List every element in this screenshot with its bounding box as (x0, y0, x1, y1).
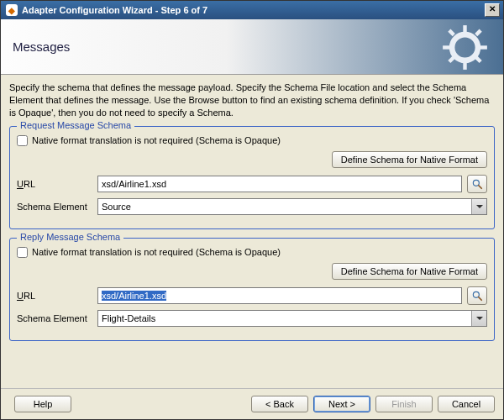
intro-text: Specify the schema that defines the mess… (9, 81, 495, 119)
reply-schema-element-row: Schema Element Flight-Details (17, 310, 487, 327)
close-button[interactable]: ✕ (485, 3, 500, 17)
next-button[interactable]: Next > (313, 396, 370, 412)
request-schema-element-combo[interactable]: Source (97, 198, 487, 215)
wizard-window: ◆ Adapter Configuration Wizard - Step 6 … (0, 0, 504, 420)
reply-opaque-label: Native format translation is not require… (32, 247, 281, 257)
finish-button: Finish (375, 396, 433, 412)
reply-schema-element-combo[interactable]: Flight-Details (97, 310, 487, 327)
content-area: Specify the schema that defines the mess… (1, 75, 503, 388)
gear-icon (442, 24, 488, 71)
title-bar: ◆ Adapter Configuration Wizard - Step 6 … (1, 1, 503, 19)
svg-rect-1 (463, 25, 466, 33)
request-url-label: URL (17, 179, 92, 189)
request-opaque-checkbox[interactable] (17, 135, 28, 146)
request-schema-element-label: Schema Element (17, 202, 92, 212)
svg-rect-2 (463, 62, 466, 70)
reply-url-label: URL (17, 291, 92, 301)
app-icon: ◆ (6, 4, 18, 16)
request-schema-element-row: Schema Element Source (17, 198, 487, 215)
reply-url-row: URL xsd/Airline1.xsd (17, 286, 487, 305)
chevron-down-icon (471, 199, 486, 214)
page-title: Messages (13, 39, 70, 54)
request-opaque-row: Native format translation is not require… (17, 135, 487, 146)
reply-opaque-row: Native format translation is not require… (17, 247, 487, 258)
reply-url-input[interactable]: xsd/Airline1.xsd (97, 287, 462, 304)
help-button[interactable]: Help (14, 396, 71, 412)
request-url-input[interactable] (97, 176, 462, 192)
request-url-browse-button[interactable] (467, 175, 487, 193)
request-legend: Request Message Schema (17, 120, 134, 130)
cancel-button[interactable]: Cancel (438, 396, 495, 412)
reply-schema-element-value: Flight-Details (98, 313, 471, 323)
svg-line-12 (479, 297, 482, 300)
request-schema-group: Request Message Schema Native format tra… (9, 126, 495, 229)
svg-rect-4 (480, 45, 487, 49)
magnifier-icon (471, 290, 483, 302)
request-define-native-button[interactable]: Define Schema for Native Format (332, 151, 487, 168)
reply-define-native-button[interactable]: Define Schema for Native Format (332, 263, 487, 280)
request-url-row: URL (17, 175, 487, 193)
back-button[interactable]: < Back (251, 396, 308, 412)
request-opaque-label: Native format translation is not require… (32, 135, 281, 145)
request-schema-element-value: Source (98, 202, 471, 212)
svg-rect-3 (443, 45, 450, 49)
svg-line-10 (479, 185, 482, 188)
banner: Messages (1, 19, 503, 75)
svg-point-0 (452, 34, 478, 60)
svg-rect-5 (448, 29, 455, 37)
magnifier-icon (471, 178, 483, 190)
window-title: Adapter Configuration Wizard - Step 6 of… (22, 5, 485, 15)
reply-schema-group: Reply Message Schema Native format trans… (9, 238, 495, 341)
footer: Help < Back Next > Finish Cancel (1, 388, 503, 419)
svg-rect-7 (475, 29, 482, 37)
reply-opaque-checkbox[interactable] (17, 247, 28, 258)
reply-url-browse-button[interactable] (467, 286, 487, 305)
reply-url-selected-text: xsd/Airline1.xsd (102, 291, 166, 301)
reply-schema-element-label: Schema Element (17, 313, 92, 323)
reply-legend: Reply Message Schema (17, 232, 123, 242)
chevron-down-icon (471, 311, 486, 326)
